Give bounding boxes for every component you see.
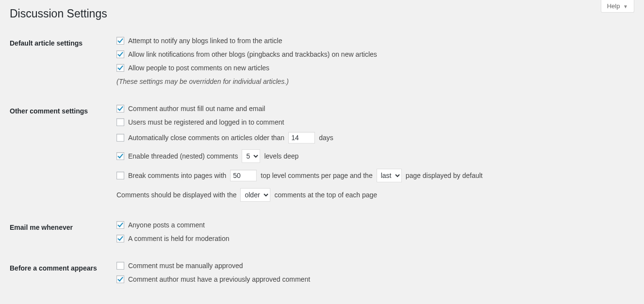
chevron-down-icon: ▼	[623, 4, 628, 9]
threaded-levels-select[interactable]: 5	[242, 149, 260, 163]
notify-blogs-checkbox[interactable]	[116, 37, 124, 45]
section-heading-default-article: Default article settings	[10, 37, 116, 105]
paginate-label-before: Break comments into pages with	[128, 172, 226, 179]
paginate-label-after: page displayed by default	[406, 172, 483, 179]
anyone-posts-label: Anyone posts a comment	[128, 221, 205, 229]
auto-close-label-before: Automatically close comments on articles…	[128, 134, 284, 142]
paginate-checkbox[interactable]	[116, 172, 124, 179]
prev-approved-label: Comment author must have a previously ap…	[128, 275, 310, 283]
order-label-before: Comments should be displayed with the	[116, 191, 236, 199]
require-registered-checkbox[interactable]	[116, 118, 124, 126]
held-moderation-checkbox[interactable]	[116, 235, 124, 242]
section-heading-email-me: Email me whenever	[10, 221, 116, 262]
paginate-label-mid: top level comments per page and the	[261, 172, 372, 179]
anyone-posts-checkbox[interactable]	[116, 221, 124, 229]
allow-pingbacks-checkbox[interactable]	[116, 50, 124, 58]
default-article-note: (These settings may be overridden for in…	[116, 78, 289, 85]
paginate-default-page-select[interactable]: last	[377, 169, 402, 182]
order-select[interactable]: older	[240, 188, 270, 202]
help-tab[interactable]: Help ▼	[601, 0, 634, 13]
require-name-email-label: Comment author must fill out name and em…	[128, 105, 265, 112]
auto-close-label-after: days	[319, 134, 333, 142]
notify-blogs-label: Attempt to notify any blogs linked to fr…	[128, 37, 282, 45]
allow-comments-label: Allow people to post comments on new art…	[128, 64, 269, 72]
threaded-checkbox[interactable]	[116, 152, 124, 160]
auto-close-checkbox[interactable]	[116, 134, 124, 142]
manual-approve-checkbox[interactable]	[116, 262, 124, 270]
require-registered-label: Users must be registered and logged in t…	[128, 118, 284, 126]
allow-comments-checkbox[interactable]	[116, 64, 124, 72]
order-label-after: comments at the top of each page	[274, 191, 377, 199]
section-heading-other-comment: Other comment settings	[10, 105, 116, 221]
threaded-label-after: levels deep	[264, 152, 298, 160]
allow-pingbacks-label: Allow link notifications from other blog…	[128, 50, 377, 58]
paginate-per-page-input[interactable]	[230, 170, 257, 181]
prev-approved-checkbox[interactable]	[116, 275, 124, 283]
require-name-email-checkbox[interactable]	[116, 105, 124, 112]
auto-close-days-input[interactable]	[288, 132, 315, 144]
section-heading-before-appears: Before a comment appears	[10, 262, 116, 303]
held-moderation-label: A comment is held for moderation	[128, 235, 230, 242]
manual-approve-label: Comment must be manually approved	[128, 262, 243, 270]
help-label: Help	[607, 2, 620, 10]
page-title: Discussion Settings	[10, 0, 634, 22]
threaded-label-before: Enable threaded (nested) comments	[128, 152, 238, 160]
